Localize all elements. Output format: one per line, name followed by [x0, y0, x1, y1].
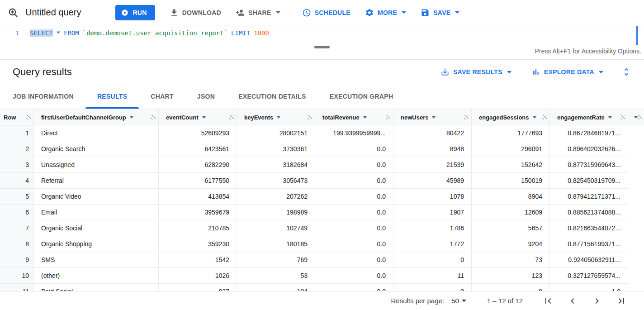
schedule-button[interactable]: SCHEDULE	[302, 8, 350, 17]
more-button[interactable]: MORE	[365, 8, 406, 17]
first-page-button[interactable]	[543, 296, 554, 306]
pagination-range: 1 – 12 of 12	[487, 297, 523, 305]
table-cell: 769	[237, 252, 315, 268]
column-menu-arrow-icon[interactable]	[432, 116, 436, 119]
table-cell: 0.0	[315, 173, 393, 189]
column-header-Row[interactable]: Row	[0, 109, 34, 125]
last-page-button[interactable]	[616, 296, 627, 306]
column-header-totalRevenue[interactable]: totalRevenue	[315, 109, 393, 125]
table-cell: SMS	[34, 252, 159, 268]
table-row: 3Unassigned628229031826840.0215391526420…	[0, 157, 644, 173]
tab-results[interactable]: RESULTS	[85, 84, 139, 109]
table-row: 10(other)1026530.0111230.327127659574...	[0, 268, 644, 284]
row-number-cell: 4	[0, 173, 34, 189]
table-cell: Organic Shopping	[34, 236, 159, 252]
column-resize-handle[interactable]	[638, 115, 642, 119]
table-cell: 150019	[472, 173, 550, 189]
column-header-label: eventCount	[166, 114, 199, 121]
column-menu-arrow-icon[interactable]	[363, 116, 367, 119]
table-cell: 8948	[393, 141, 472, 157]
table-body: 1Direct5260929328002151199.9399959999...…	[0, 125, 644, 291]
column-menu-arrow-icon[interactable]	[202, 116, 206, 119]
column-menu-arrow-icon[interactable]	[130, 116, 133, 119]
row-number-cell: 11	[0, 284, 34, 291]
column-header-engagementRate[interactable]: engagementRate	[550, 109, 628, 125]
run-button[interactable]: RUN	[115, 5, 155, 20]
editor-scrollbar[interactable]	[636, 26, 638, 45]
previous-page-button[interactable]	[567, 296, 578, 306]
last-page-icon	[616, 296, 627, 306]
expand-results-button[interactable]	[621, 67, 631, 77]
divider-drag-handle[interactable]	[314, 46, 330, 48]
table-row: 5Organic Video4138542072620.0107889040.8…	[0, 189, 644, 205]
table-cell: Paid Social	[34, 284, 159, 291]
table-row-gutter	[628, 268, 644, 284]
tab-job-information[interactable]: JOB INFORMATION	[1, 84, 85, 109]
column-menu-arrow-icon[interactable]	[533, 116, 536, 119]
column-resize-handle[interactable]	[620, 115, 625, 119]
table-cell: 1786	[393, 220, 472, 236]
sql-number-literal: 1000	[254, 29, 269, 37]
tab-execution-details[interactable]: EXECUTION DETAILS	[227, 84, 318, 109]
column-header-firstUserDefaultChannelGroup[interactable]: firstUserDefaultChannelGroup	[34, 109, 159, 125]
table-row-gutter	[628, 205, 644, 220]
table-cell: 0.0	[315, 205, 393, 220]
table-row: 11Paid Social9371040.0091.0	[0, 284, 644, 291]
column-resize-handle[interactable]	[542, 115, 547, 119]
download-button-label: DOWNLOAD	[182, 9, 221, 16]
column-menu-arrow-icon[interactable]	[608, 116, 612, 119]
column-header-label: keyEvents	[244, 114, 273, 121]
tab-execution-graph[interactable]: EXECUTION GRAPH	[318, 84, 405, 109]
share-button[interactable]: SHARE	[236, 8, 280, 17]
column-menu-arrow-icon[interactable]	[634, 116, 638, 119]
tab-chart[interactable]: CHART	[139, 84, 185, 109]
editor-results-divider: Press Alt+F1 for Accessibility Options.	[0, 46, 644, 60]
next-page-button[interactable]	[592, 296, 602, 306]
table-cell: Organic Search	[34, 141, 159, 157]
column-resize-handle[interactable]	[308, 115, 312, 119]
table-cell: 0.924050632911...	[550, 252, 628, 268]
column-menu-arrow-icon[interactable]	[277, 116, 280, 119]
table-cell: 0.877156199371...	[550, 236, 628, 252]
column-header-engagedSessions[interactable]: engagedSessions	[472, 109, 550, 125]
more-button-label: MORE	[378, 9, 397, 16]
save-button[interactable]: SAVE	[421, 8, 459, 17]
table-cell: 198989	[237, 205, 315, 220]
column-resize-handle[interactable]	[26, 115, 31, 119]
column-header-eventCount[interactable]: eventCount	[159, 109, 237, 125]
table-cell: 3959679	[159, 205, 237, 220]
table-cell: Direct	[34, 125, 159, 141]
column-resize-handle[interactable]	[464, 115, 469, 119]
sql-editor[interactable]: 1 SELECT*FROM`demo.demoset.user_acquisit…	[0, 25, 644, 46]
sql-table-reference-link[interactable]: `demo.demoset.user_acquisition_report`	[83, 29, 227, 37]
table-cell: 180185	[237, 236, 315, 252]
download-button[interactable]: DOWNLOAD	[170, 8, 221, 17]
run-button-label: RUN	[133, 9, 147, 16]
table-cell: 8904	[472, 189, 550, 205]
query-results-header: Query results SAVE RESULTS EXPLORE DATA	[0, 60, 644, 84]
save-alt-icon	[440, 67, 450, 76]
table-row-gutter	[628, 252, 644, 268]
table-row: 6Email39596791989890.01907126090.8856213…	[0, 205, 644, 220]
query-toolbar: Untitled query RUN DOWNLOAD SHARE SCHE	[0, 0, 644, 25]
column-resize-handle[interactable]	[151, 115, 156, 119]
column-resize-handle[interactable]	[229, 115, 234, 119]
save-results-button[interactable]: SAVE RESULTS	[440, 67, 511, 76]
table-cell: 3056473	[237, 173, 315, 189]
table-cell: 0.327127659574...	[550, 268, 628, 284]
sql-star: *	[57, 29, 60, 37]
sql-code-line: SELECT*FROM`demo.demoset.user_acquisitio…	[30, 28, 269, 46]
table-cell: 80422	[393, 125, 472, 141]
column-resize-handle[interactable]	[386, 115, 390, 119]
table-cell: 0.0	[315, 252, 393, 268]
page-size-value: 50	[451, 297, 459, 305]
schedule-button-label: SCHEDULE	[315, 9, 350, 16]
explore-data-button[interactable]: EXPLORE DATA	[531, 67, 603, 76]
table-cell: 0.0	[315, 157, 393, 173]
tab-json[interactable]: JSON	[185, 84, 227, 109]
table-cell: 0.821663544072...	[550, 220, 628, 236]
column-header-keyEvents[interactable]: keyEvents	[237, 109, 315, 125]
page-size-select[interactable]: 50	[451, 297, 466, 305]
chevron-right-icon	[592, 296, 602, 306]
column-header-newUsers[interactable]: newUsers	[393, 109, 472, 125]
